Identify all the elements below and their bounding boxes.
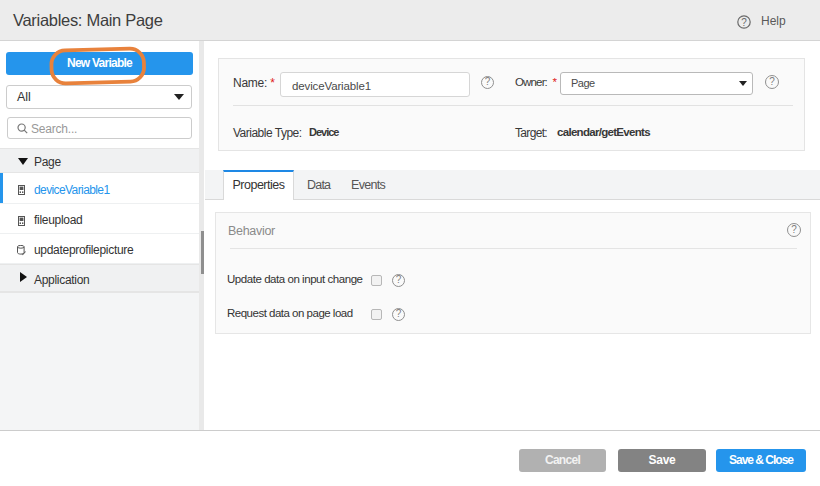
svg-text:?: ? — [741, 17, 747, 28]
